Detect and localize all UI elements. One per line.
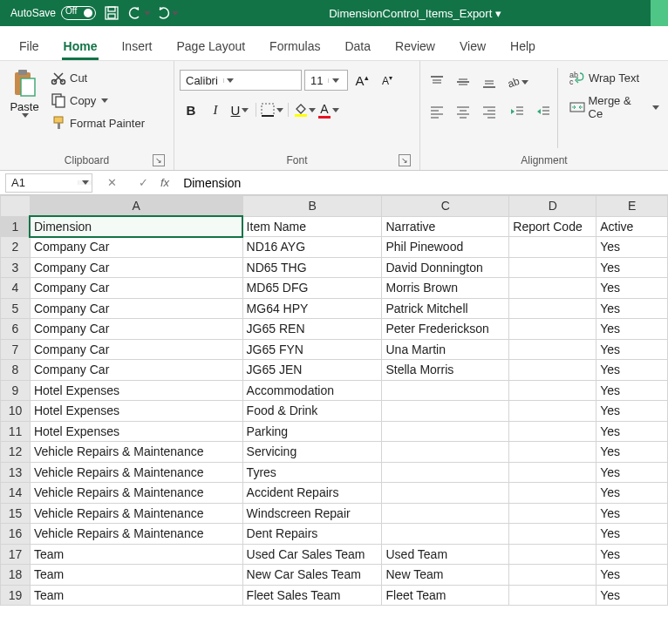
cancel-formula-button[interactable]: ✕ bbox=[99, 173, 124, 193]
align-right-button[interactable] bbox=[478, 101, 501, 122]
col-header-A[interactable]: A bbox=[30, 196, 242, 217]
font-size-combo[interactable]: 11 bbox=[304, 70, 348, 91]
enter-formula-button[interactable]: ✓ bbox=[131, 173, 155, 193]
document-title[interactable]: DimensionControl_Items_Export ▾ bbox=[180, 7, 651, 20]
row-header[interactable]: 17 bbox=[1, 544, 31, 565]
spreadsheet-grid[interactable]: ABCDE1DimensionItem NameNarrativeReport … bbox=[0, 195, 668, 606]
undo-button[interactable] bbox=[127, 2, 152, 24]
cell[interactable]: Hotel Expenses bbox=[30, 401, 242, 422]
cell[interactable]: Fleet Sales Team bbox=[242, 585, 382, 606]
row-header[interactable]: 9 bbox=[1, 380, 31, 401]
font-name-combo[interactable]: Calibri bbox=[180, 70, 302, 91]
cell[interactable]: Yes bbox=[596, 360, 668, 381]
cell[interactable]: Stella Morris bbox=[382, 360, 509, 381]
cell[interactable]: Vehicle Repairs & Maintenance bbox=[30, 483, 242, 504]
italic-button[interactable]: I bbox=[204, 99, 227, 120]
cell[interactable]: Team bbox=[30, 585, 242, 606]
row-header[interactable]: 6 bbox=[1, 319, 31, 340]
cell[interactable]: Company Car bbox=[30, 278, 242, 299]
cell[interactable]: Vehicle Repairs & Maintenance bbox=[30, 442, 242, 463]
row-header[interactable]: 3 bbox=[1, 257, 31, 278]
name-box[interactable]: A1 bbox=[5, 173, 92, 193]
cut-button[interactable]: Cut bbox=[47, 68, 148, 87]
cell[interactable]: Yes bbox=[596, 421, 668, 442]
tab-home[interactable]: Home bbox=[53, 31, 108, 60]
cell[interactable]: Yes bbox=[596, 339, 668, 360]
cell[interactable]: ND16 AYG bbox=[242, 237, 382, 258]
cell[interactable] bbox=[509, 380, 596, 401]
col-header-E[interactable]: E bbox=[596, 196, 668, 217]
autosave-toggle[interactable]: Off bbox=[61, 6, 96, 20]
cell[interactable] bbox=[509, 565, 596, 586]
cell[interactable]: Company Car bbox=[30, 237, 242, 258]
align-bottom-button[interactable] bbox=[478, 71, 501, 92]
align-left-button[interactable] bbox=[426, 101, 448, 122]
cell[interactable] bbox=[509, 483, 596, 504]
cell[interactable]: Vehicle Repairs & Maintenance bbox=[30, 503, 242, 524]
format-painter-button[interactable]: Format Painter bbox=[47, 113, 148, 132]
row-header[interactable]: 13 bbox=[1, 462, 31, 483]
tab-data[interactable]: Data bbox=[334, 31, 381, 60]
cell[interactable]: Narrative bbox=[382, 216, 509, 237]
cell[interactable] bbox=[382, 380, 509, 401]
row-header[interactable]: 4 bbox=[1, 278, 31, 299]
cell[interactable]: Parking bbox=[242, 421, 382, 442]
cell[interactable]: Yes bbox=[596, 503, 668, 524]
cell[interactable]: Yes bbox=[596, 442, 668, 463]
row-header[interactable]: 14 bbox=[1, 483, 31, 504]
row-header[interactable]: 8 bbox=[1, 360, 31, 381]
cell[interactable]: Yes bbox=[596, 401, 668, 422]
cell[interactable] bbox=[382, 483, 509, 504]
cell[interactable] bbox=[509, 524, 596, 545]
cell[interactable]: Accident Repairs bbox=[242, 483, 382, 504]
cell[interactable]: Vehicle Repairs & Maintenance bbox=[30, 524, 242, 545]
save-button[interactable] bbox=[99, 2, 124, 24]
tab-insert[interactable]: Insert bbox=[111, 31, 162, 60]
font-color-button[interactable]: A bbox=[317, 99, 340, 120]
cell[interactable] bbox=[382, 442, 509, 463]
bold-button[interactable]: B bbox=[180, 99, 202, 120]
align-center-button[interactable] bbox=[452, 101, 474, 122]
cell[interactable]: Hotel Expenses bbox=[30, 421, 242, 442]
col-header-B[interactable]: B bbox=[242, 196, 382, 217]
cell[interactable]: ND65 THG bbox=[242, 257, 382, 278]
cell[interactable] bbox=[382, 524, 509, 545]
cell[interactable]: Report Code bbox=[509, 216, 596, 237]
cell[interactable] bbox=[509, 401, 596, 422]
cell[interactable]: Peter Frederickson bbox=[382, 319, 509, 340]
row-header[interactable]: 1 bbox=[1, 216, 31, 237]
cell[interactable]: MG64 HPY bbox=[242, 298, 382, 319]
cell[interactable]: Company Car bbox=[30, 319, 242, 340]
cell[interactable]: Phil Pinewood bbox=[382, 237, 509, 258]
cell[interactable]: Team bbox=[30, 565, 242, 586]
tab-page-layout[interactable]: Page Layout bbox=[166, 31, 256, 60]
cell[interactable]: Yes bbox=[596, 298, 668, 319]
increase-indent-button[interactable] bbox=[532, 101, 555, 122]
cell[interactable]: Yes bbox=[596, 319, 668, 340]
cell[interactable]: Hotel Expenses bbox=[30, 380, 242, 401]
redo-button[interactable] bbox=[155, 2, 180, 24]
clipboard-dialog-launcher[interactable] bbox=[153, 154, 165, 166]
cell[interactable]: Dimension bbox=[30, 216, 242, 237]
cell[interactable]: Yes bbox=[596, 462, 668, 483]
cell[interactable]: Company Car bbox=[30, 257, 242, 278]
cell[interactable]: Yes bbox=[596, 544, 668, 565]
cell[interactable] bbox=[509, 237, 596, 258]
row-header[interactable]: 12 bbox=[1, 442, 31, 463]
cell[interactable]: Accommodation bbox=[242, 380, 382, 401]
cell[interactable]: JG65 REN bbox=[242, 319, 382, 340]
tab-help[interactable]: Help bbox=[500, 31, 546, 60]
cell[interactable] bbox=[509, 339, 596, 360]
align-top-button[interactable] bbox=[426, 71, 448, 92]
cell[interactable] bbox=[382, 401, 509, 422]
cell[interactable] bbox=[509, 360, 596, 381]
tab-review[interactable]: Review bbox=[385, 31, 446, 60]
cell[interactable]: Yes bbox=[596, 524, 668, 545]
cell[interactable]: New Team bbox=[382, 565, 509, 586]
tab-file[interactable]: File bbox=[9, 31, 50, 60]
cell[interactable]: Servicing bbox=[242, 442, 382, 463]
cell[interactable]: Tyres bbox=[242, 462, 382, 483]
cell[interactable] bbox=[509, 319, 596, 340]
cell[interactable]: Yes bbox=[596, 483, 668, 504]
cell[interactable]: JG65 FYN bbox=[242, 339, 382, 360]
